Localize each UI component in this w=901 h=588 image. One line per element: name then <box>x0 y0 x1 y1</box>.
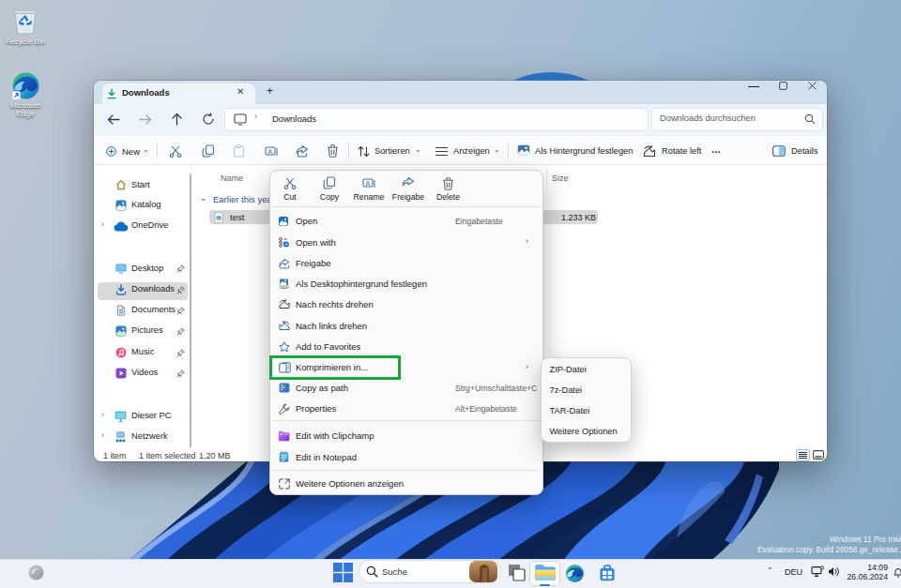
svg-text:A: A <box>267 148 272 155</box>
svg-text:A: A <box>365 180 370 187</box>
